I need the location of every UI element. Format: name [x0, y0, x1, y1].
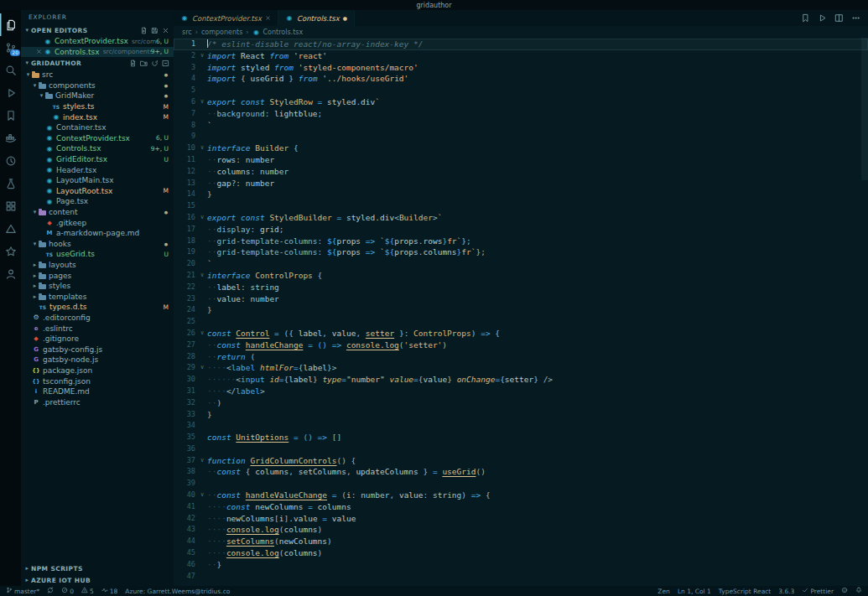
open-editor-controls-tsx[interactable]: ◉Controls.tsxsrc/components9+, U	[21, 47, 174, 58]
status-ts-version[interactable]: 3.6.3	[778, 588, 794, 595]
code-line-28[interactable]: 28··return (	[174, 351, 868, 363]
close-icon[interactable]	[265, 15, 271, 21]
code-line-37[interactable]: 37∨function GridColumnControls() {	[174, 455, 868, 467]
code-line-12[interactable]: 12··columns: number	[174, 166, 868, 178]
activity-explorer-icon[interactable]	[0, 13, 21, 36]
code-line-9[interactable]: 9	[174, 131, 868, 143]
code-line-44[interactable]: 44····setColumns(newColumns)	[174, 536, 868, 547]
code-line-14[interactable]: 14}	[174, 189, 868, 200]
tree-item-package-json[interactable]: {}package.json	[21, 365, 174, 376]
code-line-40[interactable]: 40∨··const handleValueChange = (i: numbe…	[174, 490, 868, 501]
close-all-icon[interactable]	[162, 27, 169, 34]
code-line-2[interactable]: 2∨import React from 'react'	[174, 50, 868, 62]
code-line-35[interactable]: 35const UnitOptions = () => []	[174, 432, 868, 443]
activity-source-control-icon[interactable]: 20	[0, 36, 21, 59]
activity-extensions-icon[interactable]	[0, 194, 21, 217]
open-editor-contextprovider-tsx[interactable]: ◉ContextProvider.tsxsrc/compone...6, U	[21, 36, 174, 47]
status-notifications-bell[interactable]	[855, 587, 862, 595]
code-line-24[interactable]: 24}	[174, 304, 868, 316]
code-line-4[interactable]: 4import { useGrid } from '../hooks/useGr…	[174, 73, 868, 85]
tab-controls-tsx[interactable]: ◉Controls.tsx●	[278, 10, 355, 26]
run-icon[interactable]	[818, 13, 827, 23]
code-line-45[interactable]: 45····console.log(columns)	[174, 547, 868, 559]
tree-item-components[interactable]: ▾components●	[21, 80, 174, 91]
tree-item-container-tsx[interactable]: ◉Container.tsx	[21, 122, 174, 133]
activity-test-icon[interactable]	[0, 172, 21, 194]
tree-item-header-tsx[interactable]: ◉Header.tsx	[21, 164, 174, 175]
code-line-38[interactable]: 38··const { columns, setColumns, updateC…	[174, 466, 868, 478]
tree-item-gridmaker[interactable]: ▾GridMaker●	[21, 91, 174, 101]
activity-history-icon[interactable]	[0, 149, 21, 172]
tree-item-layoutmain-tsx[interactable]: ◉LayoutMain.tsx	[21, 175, 174, 186]
code-editor[interactable]: 1/* eslint-disable react/no-array-index-…	[174, 38, 868, 586]
code-line-30[interactable]: 30······<input id={label} type="number" …	[174, 374, 868, 386]
activity-debug-icon[interactable]	[0, 81, 21, 104]
tree-item-gitkeep[interactable]: ◆.gitkeep	[21, 217, 174, 228]
tree-item-styles[interactable]: ▸styles	[21, 281, 174, 292]
code-line-33[interactable]: 33}	[174, 409, 868, 421]
code-line-32[interactable]: 32··)	[174, 397, 868, 409]
code-line-23[interactable]: 23··value: number	[174, 293, 868, 305]
status-sync[interactable]	[47, 587, 54, 595]
code-line-15[interactable]: 15	[174, 200, 868, 212]
status-zen-mode[interactable]: Zen	[657, 588, 670, 595]
tree-item-contextprovider-tsx[interactable]: ◉ContextProvider.tsx6, U	[21, 133, 174, 144]
code-line-19[interactable]: 19··grid-template-columns: ${props => `$…	[174, 246, 868, 258]
code-line-25[interactable]: 25	[174, 316, 868, 328]
code-line-27[interactable]: 27··const handleChange = () => console.l…	[174, 339, 868, 351]
status-errors[interactable]: 0	[61, 587, 74, 595]
code-line-16[interactable]: 16∨export const StyledBuilder = styled.d…	[174, 212, 868, 224]
code-line-47[interactable]: 47	[174, 571, 868, 583]
tree-item-usegrid-ts[interactable]: TSuseGrid.tsU	[21, 249, 174, 260]
code-line-26[interactable]: 26∨const Control = ({ label, value, sett…	[174, 328, 868, 339]
tree-item-page-tsx[interactable]: ◉Page.tsx	[21, 196, 174, 207]
code-line-36[interactable]: 36	[174, 443, 868, 455]
code-line-31[interactable]: 31····</label>	[174, 386, 868, 397]
code-line-17[interactable]: 17··display: grid;	[174, 224, 868, 236]
status-cursor-position[interactable]: Ln 1, Col 1	[678, 588, 711, 595]
code-line-6[interactable]: 6∨export const StyledRow = styled.div`	[174, 96, 868, 108]
tree-item-editorconfig[interactable]: ⚙.editorconfig	[21, 313, 174, 324]
tree-item-templates[interactable]: ▸templates	[21, 291, 174, 302]
tree-item-a-markdown-page-md[interactable]: Ma-markdown-page.md	[21, 228, 174, 239]
project-header[interactable]: ▾ GRIDAUTHOR	[21, 57, 174, 69]
split-editor-icon[interactable]	[834, 13, 844, 23]
code-line-10[interactable]: 10∨interface Builder {	[174, 143, 868, 154]
code-line-22[interactable]: 22··label: string	[174, 282, 868, 293]
code-line-42[interactable]: 42····newColumns[i].value = value	[174, 513, 868, 525]
npm-scripts-header[interactable]: ▸ NPM SCRIPTS	[21, 562, 174, 574]
new-file-icon[interactable]	[129, 60, 137, 67]
open-editors-header[interactable]: ▾ OPEN EDITORS	[21, 24, 174, 36]
azure-iot-hub-header[interactable]: ▸ AZURE IOT HUB	[21, 574, 174, 586]
status-telemetry[interactable]: 18	[101, 587, 118, 595]
tree-item-types-d-ts[interactable]: TStypes.d.tsM	[21, 302, 174, 313]
status-language-mode[interactable]: TypeScript React	[719, 588, 772, 595]
code-line-46[interactable]: 46··}	[174, 559, 868, 571]
tree-item-pages[interactable]: ▸pages	[21, 270, 174, 281]
tree-item-tsconfig-json[interactable]: {}tsconfig.json	[21, 376, 174, 386]
tree-item-grideditor-tsx[interactable]: ◉GridEditor.tsxU	[21, 154, 174, 165]
code-line-8[interactable]: 8`	[174, 120, 868, 132]
breadcrumb-item-components[interactable]: components	[201, 29, 242, 36]
status-git-branch[interactable]: master*	[6, 587, 39, 595]
tree-item-eslintrc[interactable]: e.eslintrc	[21, 323, 174, 334]
activity-favorites-icon[interactable]	[0, 240, 21, 262]
code-line-41[interactable]: 41····const newColumns = columns	[174, 501, 868, 513]
activity-account-icon[interactable]	[0, 262, 21, 285]
code-line-39[interactable]: 39	[174, 478, 868, 490]
activity-search-icon[interactable]	[0, 59, 21, 81]
tree-item-index-tsx[interactable]: ◉index.tsxM	[21, 111, 174, 122]
tree-item-layouts[interactable]: ▸layouts	[21, 260, 174, 271]
tree-item-gatsby-node-js[interactable]: Ggatsby-node.js	[21, 355, 174, 365]
code-line-11[interactable]: 11··rows: number	[174, 154, 868, 166]
tab-contextprovider-tsx[interactable]: ◉ContextProvider.tsx	[174, 10, 278, 26]
activity-docker-icon[interactable]	[0, 127, 21, 149]
tree-item-content[interactable]: ▾content●	[21, 207, 174, 218]
save-all-icon[interactable]	[151, 27, 159, 34]
tree-item-controls-tsx[interactable]: ◉Controls.tsx9+, U	[21, 143, 174, 154]
code-line-21[interactable]: 21∨interface ControlProps {	[174, 270, 868, 282]
activity-vercel-icon[interactable]	[0, 217, 21, 240]
tree-item-src[interactable]: ▾src●	[21, 70, 174, 80]
code-line-7[interactable]: 7··background: lightblue;	[174, 108, 868, 120]
close-icon[interactable]	[36, 49, 44, 54]
